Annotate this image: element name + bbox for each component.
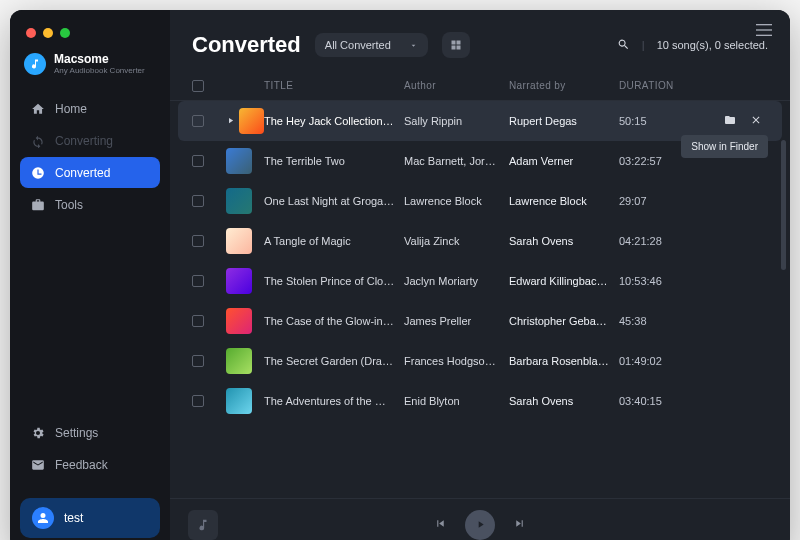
cover-thumbnail [226,268,252,294]
music-note-icon [196,518,210,532]
separator: | [642,39,645,51]
col-title: TITLE [264,80,404,92]
player-artwork [188,510,218,540]
row-author: Valija Zinck [404,235,509,247]
player-bar [170,498,790,540]
remove-button[interactable] [750,114,762,128]
table-row[interactable]: The Stolen Prince of Cloudb...Jaclyn Mor… [170,261,790,301]
tooltip: Show in Finder [681,135,768,158]
svg-rect-1 [756,29,772,30]
next-button[interactable] [513,516,526,534]
cover-thumbnail [226,228,252,254]
row-checkbox[interactable] [192,115,204,127]
row-checkbox[interactable] [192,155,204,167]
sidebar-item-tools[interactable]: Tools [20,189,160,220]
row-checkbox[interactable] [192,315,204,327]
scrollbar[interactable] [781,140,786,270]
cover-thumbnail [226,388,252,414]
maximize-icon[interactable] [60,28,70,38]
table-row[interactable]: The Hey Jack Collection #2Sally RippinRu… [178,101,782,141]
col-duration: DURATION [619,80,694,92]
skip-back-icon [434,517,447,530]
row-duration: 04:21:28 [619,235,694,247]
row-duration: 01:49:02 [619,355,694,367]
account-name: test [64,511,83,525]
show-in-finder-button[interactable] [724,114,736,128]
brand: Macsome Any Audiobook Converter [10,52,170,93]
nav-main: Home Converting Converted Tools [10,93,170,220]
sidebar-item-home[interactable]: Home [20,93,160,124]
select-all-checkbox[interactable] [192,80,204,92]
row-checkbox[interactable] [192,395,204,407]
table-row[interactable]: A Tangle of MagicValija ZinckSarah Ovens… [170,221,790,261]
account-button[interactable]: test [20,498,160,538]
sidebar-item-label: Tools [55,198,83,212]
close-icon[interactable] [26,28,36,38]
sidebar-item-settings[interactable]: Settings [20,417,160,448]
row-duration: 29:07 [619,195,694,207]
filter-dropdown[interactable]: All Converted [315,33,428,57]
table-row[interactable]: One Last Night at Grogan's: ...Lawrence … [170,181,790,221]
main-panel: Converted All Converted | 10 song(s), 0 … [170,10,790,540]
sidebar-item-converted[interactable]: Converted [20,157,160,188]
row-checkbox[interactable] [192,275,204,287]
row-title: The Stolen Prince of Cloudb... [264,275,404,287]
search-button[interactable] [617,38,630,53]
row-duration: 03:40:15 [619,395,694,407]
row-title: The Adventures of the Wishi... [264,395,404,407]
sidebar-item-converting[interactable]: Converting [20,125,160,156]
grid-icon [450,39,462,51]
row-duration: 45:38 [619,315,694,327]
toolbox-icon [30,197,45,212]
table-row[interactable]: The Secret Garden (Dramati...Frances Hod… [170,341,790,381]
svg-rect-6 [456,46,460,50]
table-row[interactable]: The Adventures of the Wishi...Enid Blyto… [170,381,790,421]
row-checkbox[interactable] [192,195,204,207]
row-author: Frances Hodgson B... [404,355,509,367]
grid-view-button[interactable] [442,32,470,58]
svg-rect-0 [756,24,772,25]
sidebar-item-feedback[interactable]: Feedback [20,449,160,480]
hamburger-icon[interactable] [756,22,772,40]
row-title: A Tangle of Magic [264,235,404,247]
minimize-icon[interactable] [43,28,53,38]
row-duration: 10:53:46 [619,275,694,287]
row-title: The Case of the Glow-in-the... [264,315,404,327]
search-icon [617,38,630,51]
row-author: James Preller [404,315,509,327]
sidebar-item-label: Home [55,102,87,116]
window-controls [10,20,170,52]
row-author: Mac Barnett, Jory J... [404,155,509,167]
page-title: Converted [192,32,301,58]
row-narrator: Barbara Rosenblat, ... [509,355,619,367]
col-narrator: Narrated by [509,80,619,92]
row-title: The Secret Garden (Dramati... [264,355,404,367]
row-checkbox[interactable] [192,235,204,247]
sidebar-item-label: Settings [55,426,98,440]
sidebar-item-label: Feedback [55,458,108,472]
row-narrator: Sarah Ovens [509,235,619,247]
nav-bottom: Settings Feedback [10,417,170,490]
row-author: Enid Blyton [404,395,509,407]
folder-icon [724,114,736,126]
header: Converted All Converted | 10 song(s), 0 … [170,10,790,74]
row-narrator: Sarah Ovens [509,395,619,407]
table-row[interactable]: The Case of the Glow-in-the...James Prel… [170,301,790,341]
previous-button[interactable] [434,516,447,534]
svg-rect-3 [451,41,455,45]
cover-thumbnail [226,188,252,214]
player-controls [434,510,526,540]
app-window: Macsome Any Audiobook Converter Home Con… [10,10,790,540]
row-checkbox[interactable] [192,355,204,367]
play-button[interactable] [465,510,495,540]
svg-rect-5 [451,46,455,50]
row-narrator: Lawrence Block [509,195,619,207]
cover-thumbnail [226,348,252,374]
status-text: 10 song(s), 0 selected. [657,39,768,51]
brand-logo-icon [24,53,46,75]
row-author: Lawrence Block [404,195,509,207]
row-title: One Last Night at Grogan's: ... [264,195,404,207]
svg-rect-2 [756,35,772,36]
play-icon[interactable] [226,115,235,127]
mail-icon [30,457,45,472]
